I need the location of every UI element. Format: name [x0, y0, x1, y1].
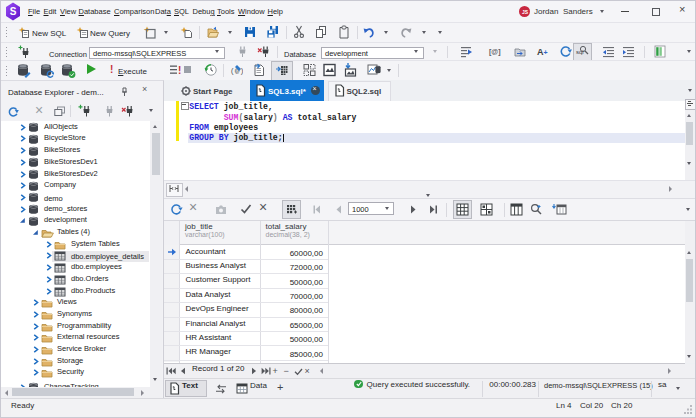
svg-text:S: S	[10, 6, 17, 17]
svg-text:!: !	[178, 65, 181, 76]
